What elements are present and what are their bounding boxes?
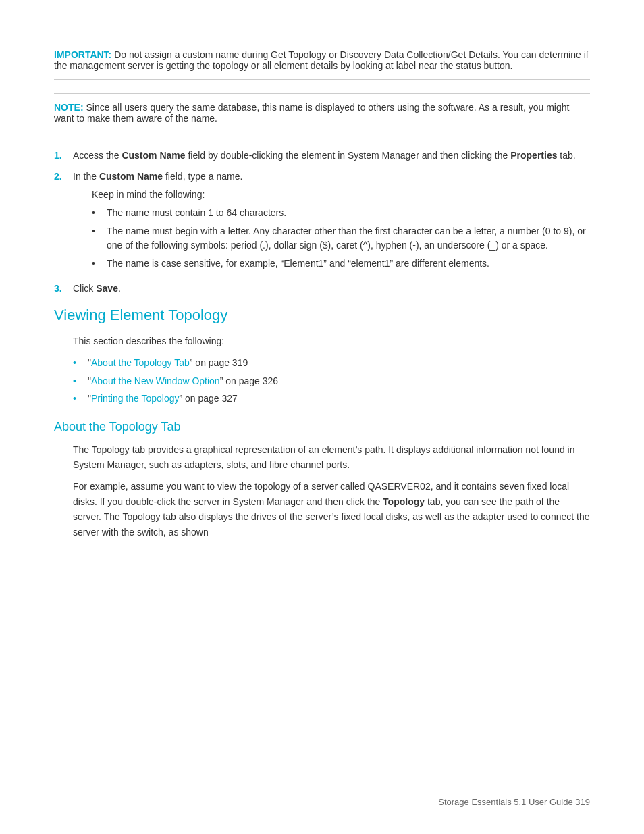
toc-suffix-3: ” on page 327 (179, 393, 237, 404)
step-1-number: 1. (54, 149, 70, 163)
toc-bullet-1: • (73, 355, 85, 370)
bullet-3-text: The name is case sensitive, for example,… (107, 257, 489, 271)
toc-item-1: • "About the Topology Tab” on page 319 (73, 355, 590, 370)
toc-item-3: • "Printing the Topology” on page 327 (73, 391, 590, 406)
note-label: NOTE: (54, 102, 84, 113)
step-2-bold1: Custom Name (99, 171, 163, 182)
note-box: NOTE: Since all users query the same dat… (54, 93, 590, 132)
steps-list: 1. Access the Custom Name field by doubl… (54, 149, 590, 296)
step-3-number: 3. (54, 282, 70, 296)
bullet-2: • The name must begin with a letter. Any… (92, 224, 590, 253)
toc-list: • "About the Topology Tab” on page 319 •… (73, 355, 590, 406)
toc-suffix-1: ” on page 319 (190, 357, 248, 368)
step-1-bold2: Properties (510, 150, 557, 161)
important-text: Do not assign a custom name during Get T… (54, 49, 589, 71)
section-title: Viewing Element Topology (54, 307, 590, 324)
sub-section-para1: The Topology tab provides a graphical re… (73, 442, 590, 473)
important-box: IMPORTANT: Do not assign a custom name d… (54, 41, 590, 80)
toc-link-3[interactable]: Printing the Topology (91, 393, 180, 404)
bullet-1: • The name must contain 1 to 64 characte… (92, 206, 590, 220)
toc-link-2[interactable]: About the New Window Option (91, 375, 220, 386)
sub-section-para2: For example, assume you want to view the… (73, 479, 590, 540)
step-1-bold1: Custom Name (122, 150, 185, 161)
toc-bullet-2: • (73, 373, 85, 388)
page-footer: Storage Essentials 5.1 User Guide 319 (438, 797, 590, 807)
bullet-2-text: The name must begin with a letter. Any c… (107, 224, 590, 253)
step-3-content: Click Save. (73, 282, 590, 296)
toc-bullet-3: • (73, 391, 85, 406)
step-1: 1. Access the Custom Name field by doubl… (54, 149, 590, 163)
sub-section-title: About the Topology Tab (54, 420, 590, 434)
sub-para2-bold1: Topology (383, 496, 425, 507)
section-intro: This section describes the following: (73, 334, 590, 348)
step-2-number: 2. (54, 170, 70, 275)
footer-text: Storage Essentials 5.1 User Guide 319 (438, 797, 590, 807)
step-1-content: Access the Custom Name field by double-c… (73, 149, 590, 163)
step-3-bold: Save (96, 283, 118, 294)
step-2: 2. In the Custom Name field, type a name… (54, 170, 590, 275)
toc-item-2: • "About the New Window Option” on page … (73, 373, 590, 388)
bullet-list: • The name must contain 1 to 64 characte… (92, 206, 590, 271)
bullet-1-text: The name must contain 1 to 64 characters… (107, 206, 286, 220)
step-3: 3. Click Save. (54, 282, 590, 296)
toc-item-2-text: "About the New Window Option” on page 32… (88, 373, 278, 388)
toc-link-1[interactable]: About the Topology Tab (91, 357, 190, 368)
step-2-content: In the Custom Name field, type a name. K… (73, 170, 590, 275)
sub-section-body: The Topology tab provides a graphical re… (73, 442, 590, 540)
toc-suffix-2: ” on page 326 (220, 375, 278, 386)
important-label: IMPORTANT: (54, 49, 111, 60)
bullet-dot-1: • (92, 206, 104, 220)
keep-in-mind-label: Keep in mind the following: (92, 188, 590, 202)
note-text: Since all users query the same database,… (54, 102, 569, 124)
bullet-3: • The name is case sensitive, for exampl… (92, 257, 590, 271)
bullet-dot-2: • (92, 224, 104, 253)
bullet-dot-3: • (92, 257, 104, 271)
toc-item-3-text: "Printing the Topology” on page 327 (88, 391, 238, 406)
page-content: IMPORTANT: Do not assign a custom name d… (0, 0, 644, 834)
toc-item-1-text: "About the Topology Tab” on page 319 (88, 355, 248, 370)
